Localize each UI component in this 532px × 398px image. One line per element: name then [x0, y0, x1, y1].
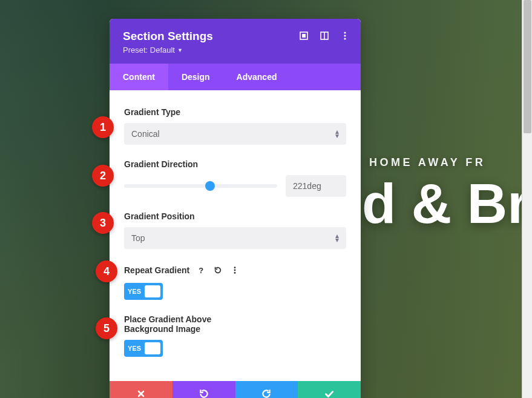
snap-icon[interactable] — [320, 31, 329, 41]
reset-icon[interactable] — [211, 264, 225, 277]
repeat-gradient-label-icons: ? — [194, 264, 241, 277]
gradient-position-select[interactable]: Top ▴▾ — [124, 227, 346, 249]
modal-header: Section Settings Preset: Default ▼ — [110, 19, 361, 64]
repeat-gradient-label-row: Repeat Gradient ? — [124, 264, 346, 277]
slider-thumb[interactable] — [205, 181, 215, 191]
toggle-knob — [145, 285, 160, 297]
repeat-gradient-toggle[interactable]: YES — [124, 283, 163, 300]
kebab-menu-icon[interactable] — [228, 264, 241, 277]
svg-point-7 — [234, 267, 236, 268]
svg-point-9 — [234, 272, 236, 274]
close-icon — [136, 389, 146, 398]
gradient-direction-label: Gradient Direction — [124, 159, 346, 169]
svg-rect-1 — [302, 34, 306, 38]
toggle-knob — [145, 342, 160, 354]
gradient-direction-input[interactable]: 221deg — [286, 175, 346, 197]
redo-icon — [261, 388, 272, 398]
hero-headline: d & Bre — [362, 176, 532, 231]
repeat-gradient-field: Repeat Gradient ? YES — [124, 264, 346, 300]
svg-point-8 — [234, 270, 236, 271]
gradient-direction-slider[interactable] — [124, 176, 277, 196]
place-above-label: Place Gradient Above Background Image — [124, 314, 245, 334]
window-scrollbar[interactable] — [522, 0, 532, 398]
check-icon — [324, 388, 335, 398]
svg-point-5 — [344, 35, 346, 36]
select-caret-icon: ▴▾ — [335, 130, 339, 138]
settings-tabs: Content Design Advanced — [110, 64, 361, 90]
preset-label: Preset: Default — [123, 45, 175, 55]
svg-point-4 — [344, 32, 346, 33]
place-above-field: Place Gradient Above Background Image YE… — [124, 314, 346, 357]
modal-footer — [110, 381, 361, 398]
modal-body: Gradient Type Conical ▴▾ Gradient Direct… — [110, 90, 361, 381]
tab-content[interactable]: Content — [110, 64, 168, 90]
kebab-menu-icon[interactable] — [340, 31, 350, 41]
hero-overline: HOME AWAY FR — [369, 156, 485, 169]
toggle-state-label: YES — [128, 288, 141, 295]
select-caret-icon: ▴▾ — [335, 234, 339, 242]
gradient-direction-row: 221deg — [124, 175, 346, 197]
help-icon[interactable]: ? — [194, 264, 208, 277]
gradient-position-value: Top — [131, 233, 145, 243]
gradient-type-value: Conical — [131, 129, 160, 139]
slider-track — [124, 184, 277, 188]
undo-button[interactable] — [172, 381, 235, 398]
chevron-down-icon: ▼ — [177, 47, 183, 53]
repeat-gradient-label: Repeat Gradient — [124, 265, 189, 275]
redo-button[interactable] — [235, 381, 298, 398]
cancel-button[interactable] — [110, 381, 172, 398]
gradient-type-field: Gradient Type Conical ▴▾ — [124, 107, 346, 145]
header-actions — [299, 31, 350, 41]
save-button[interactable] — [298, 381, 361, 398]
gradient-type-select[interactable]: Conical ▴▾ — [124, 123, 346, 145]
step-marker-5: 5 — [96, 317, 117, 339]
step-marker-2: 2 — [92, 165, 114, 187]
scrollbar-thumb[interactable] — [524, 0, 531, 133]
place-above-toggle[interactable]: YES — [124, 340, 163, 357]
step-marker-3: 3 — [92, 212, 114, 234]
gradient-direction-field: Gradient Direction 221deg — [124, 159, 346, 197]
gradient-position-field: Gradient Position Top ▴▾ — [124, 211, 346, 249]
undo-icon — [199, 388, 209, 398]
gradient-position-label: Gradient Position — [124, 211, 346, 221]
preset-dropdown[interactable]: Preset: Default ▼ — [123, 45, 183, 55]
expand-icon[interactable] — [299, 31, 309, 41]
svg-point-6 — [344, 38, 346, 39]
step-marker-1: 1 — [92, 116, 114, 138]
toggle-state-label: YES — [128, 345, 141, 352]
step-marker-4: 4 — [96, 260, 117, 282]
section-settings-modal: Section Settings Preset: Default ▼ Conte… — [110, 19, 361, 398]
gradient-type-label: Gradient Type — [124, 107, 346, 117]
tab-advanced[interactable]: Advanced — [223, 64, 291, 90]
tab-design[interactable]: Design — [168, 64, 223, 90]
